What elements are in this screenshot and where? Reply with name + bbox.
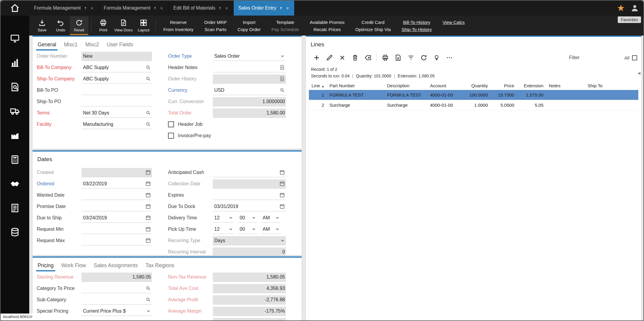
user-profile-icon[interactable]	[630, 4, 639, 13]
line-row[interactable]: 1FORMULA TESTFORMULA TEST4000-01-00100.0…	[309, 90, 638, 100]
favorites-star-icon[interactable]	[617, 4, 625, 13]
scan-parts-menu-item[interactable]: Scan Parts	[204, 27, 226, 32]
terms-field[interactable]: Net 30 Days	[81, 108, 152, 118]
delete-all-lines-button[interactable]	[349, 52, 361, 63]
export-excel-button[interactable]	[392, 52, 404, 63]
general-tab-user-fields[interactable]: User Fields	[103, 38, 137, 51]
filter-lines-button[interactable]	[404, 52, 417, 63]
window-tab-edit-bill-of-materials[interactable]: Edit Bill of Materials	[169, 1, 234, 16]
from-inventory-menu-item[interactable]: From Inventory	[163, 27, 193, 32]
clear-lines-button[interactable]	[361, 52, 374, 63]
view-calcs-menu-item[interactable]: View Calcs	[443, 20, 465, 25]
pricing-tab-sales-assignments[interactable]: Sales Assignments	[90, 259, 142, 271]
pricing-tab-work-flow[interactable]: Work Flow	[58, 259, 90, 271]
bill-to-history-menu-item[interactable]: Bill-To History	[403, 20, 430, 25]
sidebar-item-truck[interactable]	[10, 106, 20, 116]
template-menu-item[interactable]: Template	[276, 20, 294, 25]
special-pricing-field[interactable]: Current Price Plus $	[81, 307, 152, 316]
refresh-lines-button[interactable]	[417, 52, 430, 63]
collapse-panel-icon[interactable]	[637, 71, 640, 75]
general-tab-misc2[interactable]: Misc2	[81, 38, 103, 51]
bill-to-po-field[interactable]	[81, 86, 152, 95]
recalc-prices-menu-item[interactable]: Recalc Prices	[313, 27, 341, 32]
stat: Quantity: 101.0000	[356, 74, 391, 78]
sidebar-item-sales-chart[interactable]	[10, 58, 20, 68]
sidebar-item-invoice[interactable]	[10, 203, 20, 213]
delivery-time-hour-select[interactable]: 12	[213, 213, 234, 223]
optimize-ship-via-menu-item[interactable]: Optimize Ship Via	[355, 27, 391, 32]
anticipated-cash-field[interactable]	[213, 168, 286, 177]
print-button[interactable]: Print	[94, 16, 113, 35]
order-mrp-menu-item[interactable]: Order MRP	[204, 20, 227, 25]
window-tab-formula-management[interactable]: Formula Management	[29, 1, 99, 16]
window-tab-sales-order-entry[interactable]: Sales Order Entry	[234, 1, 295, 16]
facility-field[interactable]: Manufacturing	[81, 120, 152, 129]
pay-schedule-menu-item[interactable]: Pay Schedule	[271, 27, 299, 32]
header-job-checkbox[interactable]	[168, 121, 174, 127]
ordered-field[interactable]: 03/22/2019	[81, 179, 152, 189]
more-options-button[interactable]	[443, 52, 456, 63]
header-notes-field[interactable]	[213, 63, 286, 72]
sidebar-item-monitor[interactable]	[10, 33, 20, 44]
column-header-notes[interactable]: Notes	[546, 81, 585, 90]
pick-up-time-minute-select[interactable]: 00	[238, 225, 257, 234]
print-lines-button[interactable]	[379, 52, 392, 63]
promise-date-field[interactable]	[81, 202, 152, 211]
sidebar-item-handshake[interactable]	[10, 179, 20, 189]
currency-field[interactable]: USD	[213, 86, 286, 95]
ship-to-po-field[interactable]	[81, 97, 152, 106]
reset-button[interactable]: Reset	[70, 16, 88, 35]
pricing-tab-pricing[interactable]: Pricing	[34, 259, 58, 271]
all-checkbox[interactable]	[632, 55, 637, 60]
column-header-price[interactable]: Price	[491, 81, 517, 90]
sidebar-item-document-search[interactable]	[10, 82, 20, 92]
general-tab-general[interactable]: General	[34, 38, 60, 51]
order-type-field[interactable]: Sales Order	[213, 52, 286, 61]
reserve-menu-item[interactable]: Reserve	[170, 20, 187, 25]
general-tab-misc1[interactable]: Misc1	[60, 38, 81, 51]
due-to-dock-field[interactable]: 03/31/2019	[213, 202, 286, 211]
ship-to-company-field[interactable]: ABC Supply	[81, 74, 152, 84]
view-docs-button[interactable]: View Docs	[113, 16, 134, 35]
copy-order-menu-item[interactable]: Copy Order	[238, 27, 261, 32]
bill-to-company-field[interactable]: ABC Supply	[81, 63, 152, 72]
credit-card-menu-item[interactable]: Credit Card	[362, 20, 385, 25]
delivery-time-ampm-select[interactable]: AM	[261, 213, 281, 223]
expires-field[interactable]	[213, 191, 286, 200]
invoice-pre-pay-checkbox[interactable]	[168, 133, 174, 139]
delete-line-button[interactable]	[336, 52, 349, 63]
column-header-line[interactable]: Line	[309, 81, 327, 90]
add-line-button[interactable]	[310, 52, 323, 63]
sub-category-field[interactable]	[81, 295, 152, 305]
due-to-ship-field[interactable]: 03/24/2019	[81, 213, 152, 223]
column-header-ship-to[interactable]: Ship To	[585, 81, 638, 90]
edit-line-button[interactable]	[323, 52, 336, 63]
undo-button[interactable]: Undo	[51, 16, 70, 35]
import-menu-item[interactable]: Import	[243, 20, 255, 25]
request-max-field[interactable]	[81, 236, 152, 245]
sidebar-item-calculator[interactable]	[10, 155, 20, 165]
column-header-quantity[interactable]: Quantity	[461, 81, 491, 90]
pick-up-time-hour-select[interactable]: 12	[213, 225, 234, 234]
column-header-part-number[interactable]: Part Number	[327, 81, 384, 90]
column-header-description[interactable]: Description	[384, 81, 427, 90]
sidebar-item-factory[interactable]	[10, 130, 20, 140]
wanted-date-field[interactable]	[81, 191, 152, 200]
category-to-price-field[interactable]	[81, 284, 152, 293]
line-row[interactable]: 2SurchargeSurcharge4000-01-001.00005.050…	[309, 100, 638, 110]
delivery-time-minute-select[interactable]: 00	[238, 213, 257, 223]
request-min-field[interactable]	[81, 225, 152, 234]
window-tab-formula-management[interactable]: Formula Management	[99, 1, 169, 16]
column-header-account[interactable]: Account	[427, 81, 461, 90]
layout-button[interactable]: Layout	[134, 16, 153, 35]
column-header-extension[interactable]: Extension	[517, 81, 546, 90]
available-promos-menu-item[interactable]: Available Promos	[310, 20, 344, 25]
tips-button[interactable]	[430, 52, 443, 63]
ship-to-history-menu-item[interactable]: Ship-To History	[401, 27, 432, 32]
sidebar-item-database[interactable]	[10, 227, 20, 237]
pick-up-time-ampm-select[interactable]: AM	[261, 225, 281, 234]
sidebar-item-home[interactable]	[10, 3, 20, 13]
pricing-tab-tax-regions[interactable]: Tax Regions	[142, 259, 178, 271]
save-button[interactable]: Save	[33, 16, 51, 35]
pricing-form: Starting Revenue1,580.05Category To Pric…	[33, 271, 302, 320]
